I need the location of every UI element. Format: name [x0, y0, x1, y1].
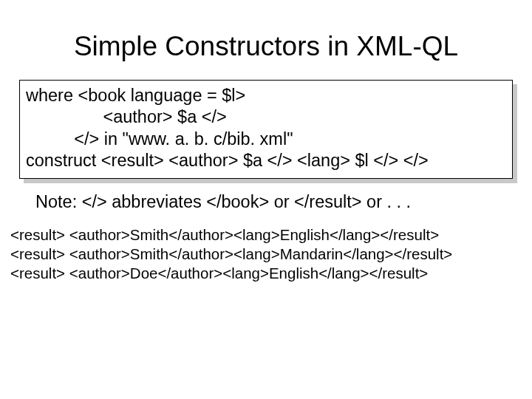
code-box: where <book language = $l> <author> $a <…: [19, 80, 513, 179]
result-line-2: <result> <author>Smith</author><lang>Man…: [10, 245, 452, 262]
code-line-1: where <book language = $l>: [26, 86, 245, 105]
page-title: Simple Constructors in XML-QL: [0, 31, 532, 62]
code-line-2: <author> $a </>: [26, 107, 227, 126]
code-line-4: construct <result> <author> $a </> <lang…: [26, 151, 429, 170]
result-line-1: <result> <author>Smith</author><lang>Eng…: [10, 226, 439, 243]
code-box-container: where <book language = $l> <author> $a <…: [19, 80, 513, 179]
note-text: Note: </> abbreviates </book> or </resul…: [35, 192, 513, 212]
results-block: <result> <author>Smith</author><lang>Eng…: [10, 225, 532, 284]
result-line-3: <result> <author>Doe</author><lang>Engli…: [10, 265, 428, 282]
code-line-3: </> in "www. a. b. c/bib. xml": [26, 129, 293, 149]
